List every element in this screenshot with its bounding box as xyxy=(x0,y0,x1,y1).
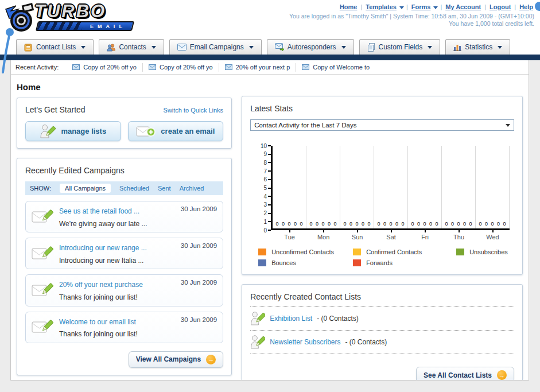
stats-period-dropdown[interactable]: Contact Activity for the Last 7 Days xyxy=(250,119,514,131)
nav-separator: | xyxy=(514,3,516,10)
tab-custom-fields[interactable]: Custom Fields xyxy=(359,39,441,55)
arrow-right-icon: → xyxy=(206,355,216,364)
content-area: Recent Activity: Copy of 20% off yo Copy… xyxy=(10,60,529,381)
latest-stats-panel: Latest Stats Contact Activity for the La… xyxy=(242,96,523,275)
nav-link-forms[interactable]: Forms xyxy=(411,3,431,10)
page-title: Home xyxy=(17,82,232,92)
envelope-icon xyxy=(177,44,187,51)
chevron-down-icon xyxy=(506,124,510,127)
legend-swatch xyxy=(353,249,361,255)
envelope-icon xyxy=(72,64,80,70)
tab-autoresponders[interactable]: Autoresponders xyxy=(267,39,354,55)
tab-statistics[interactable]: Statistics xyxy=(445,39,510,55)
contact-list-row: Newsletter Subscribers - (0 Contacts) xyxy=(250,331,514,354)
filter-archived[interactable]: Archived xyxy=(180,185,204,192)
chevron-down-icon xyxy=(249,46,254,49)
nav-link-home[interactable]: Home xyxy=(340,3,358,10)
legend-swatch xyxy=(456,249,464,255)
create-email-label: create an email xyxy=(161,127,215,135)
filter-all-campaigns[interactable]: All Campaigns xyxy=(60,184,111,193)
recent-activity-item[interactable]: 20% off your next p xyxy=(219,63,297,72)
campaign-row: 20% off your next purchaseThanks for joi… xyxy=(25,274,223,306)
person-pencil-icon xyxy=(40,124,56,139)
header: TURBO EMAIL Home|Templates|Forms|My Acco… xyxy=(0,0,540,38)
contact-activity-chart: 109876543210 000000000000000000000000000… xyxy=(250,146,514,266)
nav-link-my-account[interactable]: My Account xyxy=(445,3,481,10)
manage-lists-button[interactable]: manage lists xyxy=(25,121,121,141)
recently-edited-campaigns-panel: Recently Edited Campaigns SHOW: All Camp… xyxy=(17,158,232,375)
turbo-email-logo[interactable]: TURBO EMAIL xyxy=(5,2,148,36)
create-email-button[interactable]: create an email xyxy=(128,121,224,141)
chevron-down-icon xyxy=(341,46,346,49)
campaign-row: Introducing our new range ...Introducing… xyxy=(25,238,223,269)
latest-stats-title: Latest Stats xyxy=(250,104,293,113)
campaign-date: 30 Jun 2009 xyxy=(181,315,217,323)
contact-list-row: Exhibition List - (0 Contacts) xyxy=(250,307,514,331)
chevron-down-icon xyxy=(428,46,432,49)
see-all-contact-lists-label: See All Contact Lists xyxy=(424,371,492,379)
person-pencil-icon xyxy=(250,335,265,350)
contact-lists-title: Recently Created Contact Lists xyxy=(250,292,361,301)
legend-label: Forwards xyxy=(366,259,393,266)
recent-activity-item[interactable]: Copy of 20% off yo xyxy=(67,63,143,72)
nav-separator: | xyxy=(360,3,362,10)
envelope-icon xyxy=(149,64,156,70)
envelope-pencil-icon xyxy=(32,208,53,226)
tab-label: Custom Fields xyxy=(379,43,423,51)
legend-label: Bounces xyxy=(271,259,296,266)
recent-activity-item[interactable]: Copy of Welcome to xyxy=(296,63,375,72)
chevron-down-icon xyxy=(498,46,502,49)
nav-separator: | xyxy=(440,3,442,10)
logo-subtitle: EMAIL xyxy=(90,24,126,29)
contact-list-link[interactable]: Newsletter Subscribers xyxy=(270,338,340,346)
nav-link-logout[interactable]: Logout xyxy=(490,3,511,10)
tab-email-campaigns[interactable]: Email Campaigns xyxy=(169,39,262,55)
tab-contacts[interactable]: Contacts xyxy=(99,39,164,55)
contact-list-link[interactable]: Exhibition List xyxy=(270,315,312,323)
campaign-subject: We're giving away our late ... xyxy=(59,220,147,228)
recently-created-contact-lists-panel: Recently Created Contact Lists Exhibitio… xyxy=(242,284,523,381)
view-all-campaigns-button[interactable]: View All Campaigns → xyxy=(129,351,223,368)
campaign-subject: Thanks for joining our list! xyxy=(59,330,138,338)
filter-sent[interactable]: Sent xyxy=(158,185,171,192)
show-label: SHOW: xyxy=(30,185,51,192)
chart-y-axis: 109876543210 xyxy=(257,146,271,230)
legend-swatch xyxy=(353,259,361,266)
recent-activity-label: Recent Activity: xyxy=(15,64,59,71)
switch-quick-links[interactable]: Switch to Quick Links xyxy=(164,107,224,114)
credits-remaining: You have 1,000 total credits left. xyxy=(289,20,534,27)
campaign-date: 30 Jun 2009 xyxy=(181,204,217,212)
tab-contact-lists[interactable]: Contact Lists xyxy=(16,39,94,55)
envelope-icon xyxy=(225,64,232,70)
legend-item: Confirmed Contacts xyxy=(353,249,456,255)
legend-label: Unsubscribes xyxy=(469,249,508,255)
campaign-link[interactable]: Introducing our new range ... xyxy=(59,244,147,252)
envelope-pencil-icon xyxy=(32,245,53,262)
nav-link-help[interactable]: Help xyxy=(519,3,533,10)
campaign-date: 30 Jun 2009 xyxy=(181,278,217,286)
legend-item: Forwards xyxy=(353,259,456,266)
legend-swatch xyxy=(258,249,266,255)
view-all-campaigns-label: View All Campaigns xyxy=(136,355,201,363)
chevron-down-icon xyxy=(151,46,156,49)
login-status: You are logged in as "Timothy Smith" | S… xyxy=(289,13,534,20)
campaign-link[interactable]: See us at the retail food ... xyxy=(59,207,139,215)
recent-activity-item[interactable]: Copy of 20% off yo xyxy=(143,63,219,72)
filter-scheduled[interactable]: Scheduled xyxy=(119,185,149,192)
tab-label: Autoresponders xyxy=(288,43,336,51)
contact-list-count: - (0 Contacts) xyxy=(345,338,387,346)
campaign-link[interactable]: Welcome to our email list xyxy=(59,318,136,326)
envelope-icon xyxy=(302,64,309,70)
recent-activity-text: Copy of 20% off yo xyxy=(160,64,213,71)
tab-label: Contacts xyxy=(119,43,146,51)
chart-legend: Unconfirmed ContactsConfirmed ContactsUn… xyxy=(258,249,514,266)
nav-link-templates[interactable]: Templates xyxy=(366,3,397,10)
legend-item: Bounces xyxy=(258,259,353,266)
envelope-plus-icon xyxy=(136,125,156,138)
campaign-link[interactable]: 20% off your next purchase xyxy=(59,281,143,289)
recent-activity-bar: Recent Activity: Copy of 20% off yo Copy… xyxy=(11,60,529,75)
divider-bar xyxy=(0,55,540,60)
chart-plot-area: 00000000000000000000000000000000000 xyxy=(271,146,510,230)
see-all-contact-lists-button[interactable]: See All Contact Lists → xyxy=(416,367,514,381)
recent-activity-text: Copy of Welcome to xyxy=(313,64,370,71)
